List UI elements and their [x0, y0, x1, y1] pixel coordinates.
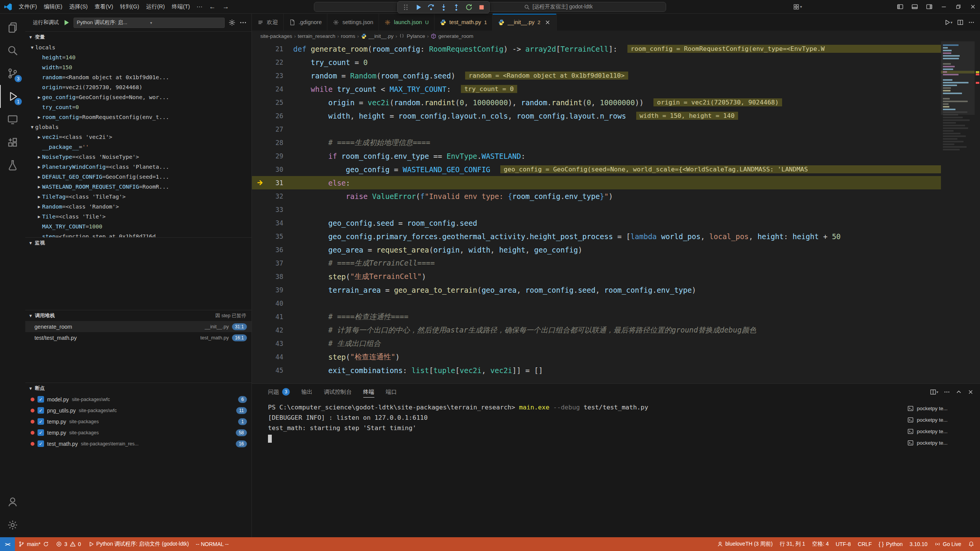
variable-row[interactable]: ▶vec2i = <class 'vec2i'>	[25, 132, 252, 142]
variable-row[interactable]: ▶TileTag = <class 'TileTag'>	[25, 192, 252, 202]
step-into-button[interactable]	[437, 2, 450, 13]
close-icon[interactable]	[544, 19, 551, 26]
activity-remote-explorer[interactable]	[0, 108, 25, 131]
breakpoint-checkbox[interactable]: ✓	[38, 440, 44, 447]
variable-row[interactable]: random = <Random object at 0x1bf9d01e...	[25, 72, 252, 82]
nav-back-button[interactable]: ←	[206, 2, 219, 11]
code-line-42[interactable]: 42 # 计算每一个出口的中心，然后使用astar生成路径，确保每一个出口组合都…	[252, 323, 941, 337]
breakpoint-row[interactable]: ✓model.pysite-packages\wfc6	[25, 394, 252, 405]
variables-scope-locals[interactable]: ▼locals	[25, 42, 252, 52]
code-line-41[interactable]: 41 # ====检查连通性====	[252, 310, 941, 323]
code-line-45[interactable]: 45 exit_combinations: list[tuple[vec2i, …	[252, 364, 941, 377]
variable-row[interactable]: ▶PlanetaryWindConfig = <class 'Planeta..…	[25, 162, 252, 172]
activity-run-debug[interactable]: 1	[0, 85, 25, 108]
step-over-button[interactable]	[425, 2, 437, 13]
tab-欢迎[interactable]: 欢迎	[252, 14, 284, 31]
drag-handle[interactable]	[399, 2, 412, 13]
code-line-21[interactable]: 21def generate_room(room_config: RoomReq…	[252, 42, 941, 55]
menu-go[interactable]: 转到(G)	[117, 2, 143, 11]
toggle-secondary-sidebar-button[interactable]	[922, 0, 936, 13]
breakpoint-row[interactable]: ✓test_math.pysite-packages\terrain_res..…	[25, 438, 252, 449]
breadcrumb-item-site-packages[interactable]: site-packages	[260, 33, 292, 39]
call-stack-section-header[interactable]: ▼ 调用堆栈 因 step 已暂停	[25, 310, 252, 321]
status-eol[interactable]: CRLF	[854, 537, 875, 551]
menu-overflow[interactable]: ···	[193, 2, 206, 12]
variable-row[interactable]: ▶geo_config = GeoConfig(seed=None, wor..…	[25, 92, 252, 102]
menu-selection[interactable]: 选择(S)	[66, 2, 91, 11]
variable-row[interactable]: ▶Tile = <class 'Tile'>	[25, 212, 252, 222]
line-number[interactable]: 29	[252, 149, 293, 163]
debug-configuration-dropdown[interactable]: Python 调试程序: 启...▾	[74, 18, 225, 28]
menu-terminal[interactable]: 终端(T)	[168, 2, 194, 11]
line-number[interactable]: 41	[252, 310, 293, 323]
code-line-23[interactable]: 23 random = Random(room_config.seed)rand…	[252, 69, 941, 82]
close-button[interactable]	[965, 0, 980, 13]
code-line-29[interactable]: 29 if room_config.env_type == EnvType.WA…	[252, 149, 941, 163]
line-number[interactable]: 33	[252, 203, 293, 216]
panel-tab-输出[interactable]: 输出	[301, 384, 312, 400]
line-number[interactable]: 42	[252, 323, 293, 337]
restore-button[interactable]	[951, 0, 965, 13]
activity-source-control[interactable]: 3	[0, 62, 25, 85]
step-out-button[interactable]	[450, 2, 462, 13]
tab-settings.json[interactable]: settings.json	[327, 14, 379, 31]
code-line-31[interactable]: 31 else:	[252, 176, 941, 189]
panel-tab-终端[interactable]: 终端	[363, 384, 374, 400]
status-branch[interactable]: main*	[15, 537, 52, 551]
status-vim-mode[interactable]: -- NORMAL --	[193, 537, 232, 551]
code-line-40[interactable]: 40	[252, 297, 941, 310]
variable-row[interactable]: width = 150	[25, 62, 252, 72]
line-number[interactable]: 39	[252, 283, 293, 297]
split-editor-icon[interactable]	[957, 19, 964, 26]
line-number[interactable]: 45	[252, 364, 293, 377]
line-number[interactable]: 37	[252, 256, 293, 270]
activity-search[interactable]	[0, 39, 25, 62]
code-line-30[interactable]: 30 geo_config = WASTELAND_GEO_CONFIGgeo_…	[252, 163, 941, 176]
variable-row[interactable]: origin = vec2i(7205730, 9024468)	[25, 82, 252, 92]
more-actions-icon[interactable]	[239, 19, 247, 26]
status-cursor-position[interactable]: 行 31, 列 1	[776, 537, 808, 551]
variable-row[interactable]: ▶NoiseType = <class 'NoiseType'>	[25, 152, 252, 162]
line-number[interactable]: 35	[252, 230, 293, 243]
tab-__init__.py[interactable]: __init__.py2	[493, 14, 557, 31]
code-line-28[interactable]: 28 # ====生成初始地理信息====	[252, 136, 941, 149]
line-number[interactable]: 30	[252, 163, 293, 176]
line-number[interactable]: 32	[252, 189, 293, 203]
status-indentation[interactable]: 空格: 4	[808, 537, 832, 551]
stop-button[interactable]	[475, 2, 488, 13]
breadcrumb-item-terrain_research[interactable]: terrain_research	[298, 33, 335, 39]
line-number[interactable]: 23	[252, 69, 293, 82]
terminal-list-item[interactable]: pocketpy te...	[903, 414, 977, 425]
code-line-27[interactable]: 27	[252, 122, 941, 136]
status-notifications[interactable]	[965, 537, 978, 551]
code-line-39[interactable]: 39 terrain_area = geo_area_to_terrain(ge…	[252, 283, 941, 297]
variable-row[interactable]: __package__ = ''	[25, 142, 252, 152]
activity-extensions[interactable]	[0, 131, 25, 154]
panel-tab-端口[interactable]: 端口	[386, 384, 397, 400]
breakpoint-checkbox[interactable]: ✓	[38, 418, 44, 425]
code-line-22[interactable]: 22 try_count = 0	[252, 55, 941, 69]
status-encoding[interactable]: UTF-8	[832, 537, 854, 551]
status-python-version[interactable]: 3.10.10	[906, 537, 931, 551]
minimap[interactable]	[941, 41, 975, 383]
code-line-33[interactable]: 33	[252, 203, 941, 216]
more-actions-icon[interactable]	[944, 389, 950, 395]
tab-test_math.py[interactable]: test_math.py1	[434, 14, 493, 31]
status-gitlens-author[interactable]: blueloveTH (3 周前)	[714, 537, 776, 551]
variables-scope-globals[interactable]: ▼globals	[25, 122, 252, 132]
panel-tab-调试控制台[interactable]: 调试控制台	[324, 384, 352, 400]
stack-frame[interactable]: generate_room__init__.py31:1	[25, 321, 252, 332]
run-python-file-button[interactable]: ▾	[944, 19, 952, 26]
code-line-43[interactable]: 43 # 生成出口组合	[252, 337, 941, 350]
status-go-live[interactable]: Go Live	[931, 537, 965, 551]
line-number[interactable]: 27	[252, 122, 293, 136]
menu-run[interactable]: 运行(R)	[142, 2, 168, 11]
status-language-mode[interactable]: { }Python	[875, 537, 906, 551]
breadcrumb-item-__init__.py[interactable]: __init__.py	[361, 33, 394, 39]
menu-view[interactable]: 查看(V)	[91, 2, 116, 11]
continue-button[interactable]	[412, 2, 425, 13]
code-line-25[interactable]: 25 origin = vec2i(random.randint(0, 1000…	[252, 96, 941, 109]
nav-forward-button[interactable]: →	[219, 2, 232, 11]
code-line-24[interactable]: 24 while try_count < MAX_TRY_COUNT:try_c…	[252, 82, 941, 96]
code-line-38[interactable]: 38 step("生成TerrainCell")	[252, 270, 941, 283]
